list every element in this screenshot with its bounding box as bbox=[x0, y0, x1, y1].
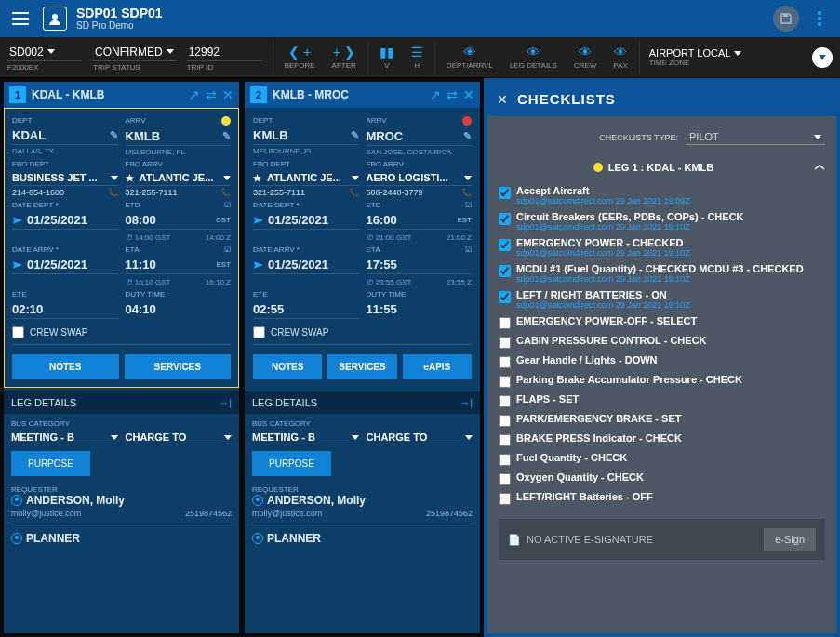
etd-field[interactable]: 16:00EST bbox=[367, 211, 473, 230]
edit-icon[interactable]: ✎ bbox=[351, 129, 359, 141]
close-icon[interactable]: ✕ bbox=[497, 92, 508, 107]
dept-code[interactable]: KDAL✎ bbox=[12, 126, 118, 145]
checklist-checkbox[interactable] bbox=[499, 213, 511, 225]
menu-icon[interactable] bbox=[7, 6, 33, 32]
checklist-item[interactable]: MCDU #1 (Fuel Quantity) - CHECKED MCDU #… bbox=[499, 260, 825, 286]
crew-swap-check[interactable]: CREW SWAP bbox=[253, 326, 472, 345]
timezone-select[interactable]: AIRPORT LOCAL TIME ZONE bbox=[649, 47, 742, 67]
edit-icon[interactable]: ✎ bbox=[110, 129, 118, 141]
notes-button[interactable]: NOTES bbox=[253, 354, 322, 379]
date-dept-field[interactable]: 01/25/2021 bbox=[253, 211, 359, 230]
fbo-dept-select[interactable]: BUSINESS JET ... bbox=[12, 170, 118, 186]
requester-name[interactable]: ANDERSON, Molly bbox=[11, 494, 232, 507]
planner-row[interactable]: PLANNER bbox=[252, 532, 473, 545]
popout-icon[interactable]: ↗ bbox=[189, 87, 200, 102]
phone-icon[interactable]: 📞 bbox=[349, 188, 359, 197]
fbo-arrv-select[interactable]: ★ATLANTIC JE... bbox=[126, 170, 232, 186]
dept-code[interactable]: KMLB✎ bbox=[253, 126, 359, 145]
leg-details-header[interactable]: LEG DETAILS→| bbox=[4, 391, 239, 414]
delete-icon[interactable]: ✕ bbox=[222, 87, 233, 102]
bus-category-select[interactable]: MEETING - B bbox=[11, 430, 118, 445]
checklist-item[interactable]: Oxygen Quantity - CHECK bbox=[499, 469, 825, 488]
phone-icon[interactable]: 📞 bbox=[108, 188, 118, 197]
checklist-checkbox[interactable] bbox=[499, 356, 511, 368]
checklist-checkbox[interactable] bbox=[499, 473, 511, 485]
phone-icon[interactable]: 📞 bbox=[220, 188, 231, 197]
checklist-item[interactable]: LEFT/RIGHT Batteries - OFF bbox=[499, 488, 825, 508]
checklist-item[interactable]: LEFT / RIGHT BATTERIES - ONsdp01@satcomd… bbox=[499, 286, 825, 312]
esign-button[interactable]: e-Sign bbox=[764, 528, 816, 551]
delete-icon[interactable]: ✕ bbox=[463, 87, 474, 102]
arrv-code[interactable]: KMLB✎ bbox=[126, 127, 232, 146]
edit-icon[interactable]: ✎ bbox=[222, 130, 231, 142]
checklist-checkbox[interactable] bbox=[499, 395, 511, 407]
purpose-button[interactable]: PURPOSE bbox=[252, 451, 331, 476]
expand-icon[interactable] bbox=[812, 47, 833, 68]
view-vertical[interactable]: ▮▮V bbox=[374, 45, 400, 70]
bus-category-select[interactable]: MEETING - B bbox=[252, 430, 359, 445]
aircraft-select[interactable]: SD002 F2000EX bbox=[7, 44, 82, 72]
charge-to-select[interactable]: CHARGE TO bbox=[367, 430, 473, 445]
purpose-button[interactable]: PURPOSE bbox=[11, 451, 90, 476]
checklist-item[interactable]: Parking Brake Accumulator Pressure - CHE… bbox=[499, 371, 825, 391]
checklist-item[interactable]: Circuit Breakers (EERs, PDBs, COPs) - CH… bbox=[499, 208, 825, 234]
status-select[interactable]: CONFIRMED TRIP STATUS bbox=[93, 44, 176, 72]
eapis-button[interactable]: eAPIS bbox=[403, 354, 472, 379]
checklist-checkbox[interactable] bbox=[499, 493, 511, 505]
checklist-checkbox[interactable] bbox=[499, 434, 511, 446]
toggle-pax[interactable]: 👁PAX bbox=[607, 45, 633, 70]
checklist-checkbox[interactable] bbox=[499, 291, 511, 303]
checklist-type-select[interactable]: PILOT bbox=[686, 129, 825, 145]
checklist-item[interactable]: Gear Handle / Lights - DOWN bbox=[499, 352, 825, 371]
date-arrv-field[interactable]: 01/25/2021 bbox=[12, 256, 118, 274]
etd-field[interactable]: 08:00CST bbox=[126, 211, 232, 230]
checklist-checkbox[interactable] bbox=[499, 239, 511, 251]
crew-swap-check[interactable]: CREW SWAP bbox=[12, 326, 231, 345]
swap-icon[interactable]: ⇄ bbox=[206, 87, 217, 102]
toggle-legdetails[interactable]: 👁LEG DETAILS bbox=[504, 45, 563, 70]
checklist-item[interactable]: PARK/EMERGENCY BRAKE - SET bbox=[499, 410, 825, 430]
checklist-checkbox[interactable] bbox=[499, 415, 511, 427]
phone-icon[interactable]: 📞 bbox=[461, 188, 472, 197]
before-button[interactable]: ❮ +BEFORE bbox=[279, 45, 321, 70]
kebab-icon[interactable] bbox=[807, 6, 833, 32]
avatar-icon[interactable] bbox=[43, 7, 67, 31]
save-icon[interactable] bbox=[773, 6, 799, 32]
checklist-checkbox[interactable] bbox=[499, 454, 511, 466]
planner-row[interactable]: PLANNER bbox=[11, 532, 232, 545]
checklist-leg-header[interactable]: LEG 1 : KDAL - KMLB bbox=[499, 156, 825, 182]
services-button[interactable]: SERVICES bbox=[327, 354, 396, 379]
trip-id-field[interactable]: 12992 TRIP ID bbox=[187, 44, 261, 72]
swap-icon[interactable]: ⇄ bbox=[447, 87, 458, 102]
checklist-item[interactable]: EMERGENCY POWER-OFF - SELECT bbox=[499, 312, 825, 332]
notes-button[interactable]: NOTES bbox=[12, 354, 119, 379]
fbo-arrv-select[interactable]: AERO LOGISTI... bbox=[367, 170, 473, 186]
services-button[interactable]: SERVICES bbox=[125, 354, 232, 379]
checklist-item[interactable]: FLAPS - SET bbox=[499, 391, 825, 410]
date-arrv-field[interactable]: 01/25/2021 bbox=[253, 256, 359, 274]
checklist-item[interactable]: Fuel Quantity - CHECK bbox=[499, 449, 825, 469]
checklist-item[interactable]: BRAKE PRESS Indicator - CHECK bbox=[499, 430, 825, 449]
fbo-dept-select[interactable]: ★ATLANTIC JE... bbox=[253, 170, 359, 186]
checklist-checkbox[interactable] bbox=[499, 187, 511, 199]
eta-field[interactable]: 11:10EST bbox=[126, 256, 232, 274]
after-button[interactable]: + ❯AFTER bbox=[327, 45, 362, 70]
toggle-crew[interactable]: 👁CREW bbox=[568, 45, 602, 70]
date-dept-field[interactable]: 01/25/2021 bbox=[12, 211, 118, 230]
charge-to-select[interactable]: CHARGE TO bbox=[126, 430, 233, 445]
checklist-item[interactable]: Accept Aircraftsdp01@satcomdirect.com 29… bbox=[499, 182, 825, 208]
checklist-checkbox[interactable] bbox=[499, 376, 511, 388]
requester-name[interactable]: ANDERSON, Molly bbox=[252, 494, 473, 507]
view-horizontal[interactable]: ☰H bbox=[406, 45, 429, 70]
checklist-checkbox[interactable] bbox=[499, 265, 511, 277]
arrv-code[interactable]: MROC✎ bbox=[367, 127, 473, 146]
checklist-checkbox[interactable] bbox=[499, 317, 511, 329]
toggle-deptarrv[interactable]: 👁DEPT/ARRVL bbox=[441, 45, 499, 70]
popout-icon[interactable]: ↗ bbox=[430, 87, 441, 102]
eta-field[interactable]: 17:55 bbox=[367, 256, 473, 274]
checklist-item[interactable]: EMERGENCY POWER - CHECKEDsdp01@satcomdir… bbox=[499, 234, 825, 260]
checklist-item[interactable]: CABIN PRESSURE CONTROL - CHECK bbox=[499, 332, 825, 352]
checklist-checkbox[interactable] bbox=[499, 337, 511, 349]
leg-details-header[interactable]: LEG DETAILS→| bbox=[245, 391, 480, 414]
edit-icon[interactable]: ✎ bbox=[463, 130, 472, 142]
